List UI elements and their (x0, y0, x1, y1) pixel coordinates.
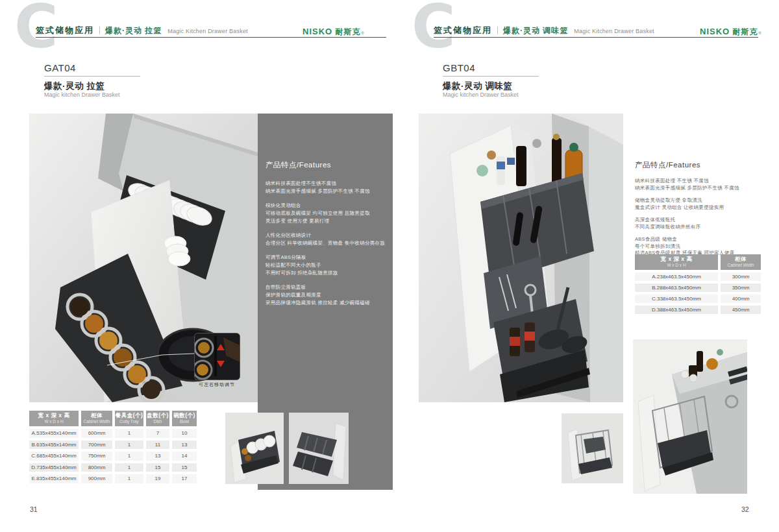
cell: 1 (115, 441, 143, 450)
detail-inset-photo (194, 333, 240, 380)
left-spec-table: 宽 x 深 x 高 W x D x H 柜体 Cabinet Width 餐具盒… (29, 411, 197, 483)
feature-line: 高深盒体低矮瓶托 (635, 217, 739, 224)
col-header-cn: 盘数(个) (146, 413, 169, 419)
product-code: GBT04 (443, 62, 475, 73)
nisko-logo: NISKO 耐斯克 ® (700, 27, 761, 38)
cell: 1 (115, 463, 143, 472)
col-header: 宽 x 深 x 高 W x D x H (635, 254, 718, 270)
page-number-left: 31 (30, 505, 38, 513)
cell: 13 (172, 441, 197, 450)
spice-basket-illustration (419, 114, 623, 402)
header-rule (434, 37, 758, 38)
feature-line: ABS食品级 储物盒 (635, 236, 739, 243)
cell: 15 (172, 463, 197, 472)
product-code-rule (443, 76, 539, 77)
col-header-en: Cutly Tray (115, 419, 143, 424)
feature-line: 纳米科技表面处理不生锈不腐蚀 (266, 180, 385, 187)
cell: A.238x463.5x450mm (635, 272, 718, 281)
cell: 19 (146, 474, 169, 483)
feature-line: 纳米科技表面处理 不生锈 不腐蚀 (635, 178, 739, 185)
cell: C.685x455x140mm (29, 452, 79, 461)
product-name: 爆款·灵动 调味篮 (443, 80, 512, 92)
logo-text-cn: 耐斯克 (335, 27, 360, 38)
right-spec-table: 宽 x 深 x 高 W x D x H 柜体 Cabinet Width A.2… (635, 254, 761, 314)
feature-group: 高深盒体低矮瓶托 不同高度调味瓶收纳井然有序 (635, 217, 739, 230)
col-header-cn: 餐具盒(个) (115, 413, 143, 419)
right-page-header: 篮式储物应用 爆款·灵动 调味篮 Magic Kitchen Drawer Ba… (434, 25, 654, 36)
registered-mark-icon: ® (361, 31, 364, 35)
drawer-thumb-illustration (225, 413, 284, 484)
cell: 13 (146, 452, 169, 461)
cell: 1 (115, 474, 143, 483)
cell: D.735x455x140mm (29, 463, 79, 472)
col-header-en: W x D x H (635, 263, 718, 267)
logo-text-en: NISKO (303, 27, 332, 36)
cell: A.535x455x140mm (29, 429, 79, 438)
feature-line: 灵活多变 使用方便 更易打理 (266, 217, 385, 225)
col-header-en: Dish (146, 419, 169, 424)
cell: 900mm (81, 474, 112, 483)
col-header-cn: 宽 x 深 x 高 (29, 413, 79, 419)
feature-line: 不同高度调味瓶收纳井然有序 (635, 224, 739, 231)
cell: 800mm (81, 463, 112, 472)
counter-basket-illustration (633, 339, 747, 494)
cell: 1 (115, 429, 143, 438)
feature-group: ABS食品级 储物盒 每个可单独拆卸清洗 精选ABS食品级材质 环保无毒 呵护家… (635, 236, 739, 257)
right-thumb-photo (562, 413, 623, 483)
feature-group: 纳米科技表面处理 不生锈 不腐蚀 纳米表面光滑手感细腻 多层防护不生锈 不腐蚀 (635, 178, 739, 191)
left-thumb-photo-2 (289, 413, 349, 484)
col-header-cn: 碗数(个) (172, 413, 197, 419)
feature-group: 储物盒灵动提取方便 拿取清洗 魔盒式设计 灵动组合 让收纳更便捷实用 (635, 197, 739, 211)
features-list: 纳米科技表面处理不生锈不腐蚀 纳米表面光滑手感细腻 多层防护不生锈 不腐蚀 模块… (266, 180, 385, 313)
registered-mark-icon: ® (758, 31, 761, 35)
right-tall-photo (633, 339, 747, 494)
feature-line: 采用品牌缓冲隐藏滑轨 推拉轻柔 减少碗碟磕碰 (266, 299, 385, 307)
col-header-en: W x D x H (29, 419, 79, 424)
callout-label: 可左右移动调节 (186, 381, 248, 388)
product-name-en: Magic kitchen Drawer Basket (443, 91, 519, 98)
feature-group: 可调节ABS分隔板 轻松适配不同大小的瓶子 不用时可拆卸 拒绝杂乱随意摆放 (266, 254, 385, 277)
cell: 400mm (721, 295, 761, 303)
feature-line: 可移动底板及碗碟架 均可独立使用 且随意提取 (266, 210, 385, 217)
col-header-en: Bowl (172, 419, 197, 424)
feature-group: 人性化分区收纳设计 合理分区 科学收纳碗碟架、置物盘 集中收纳分类存放 (266, 232, 385, 247)
product-name: 爆款·灵动 拉篮 (44, 80, 105, 92)
feature-line: 每个可单独拆卸清洗 (635, 243, 739, 250)
cell: C.338x463.5x450mm (635, 295, 718, 303)
logo-text-cn: 耐斯克 (732, 27, 758, 38)
col-header: 柜体 Cabinet Width (721, 254, 761, 270)
cell: 11 (146, 441, 169, 450)
cell: 1 (115, 452, 143, 461)
cell: 350mm (721, 284, 761, 292)
cell: 15 (146, 463, 169, 472)
feature-line: 储物盒灵动提取方便 拿取清洗 (635, 197, 739, 204)
cell: E.835x455x140mm (29, 474, 79, 483)
header-category: 篮式储物应用 (434, 25, 492, 36)
feature-line: 魔盒式设计 灵动组合 让收纳更便捷实用 (635, 204, 739, 212)
cell: 700mm (81, 441, 112, 450)
feature-line: 轻松适配不同大小的瓶子 (266, 261, 385, 269)
feature-group: 模块化灵动组合 可移动底板及碗碟架 均可独立使用 且随意提取 灵活多变 使用方便… (266, 202, 385, 225)
wire-basket-thumb-illustration (562, 413, 623, 483)
header-divider (497, 27, 498, 34)
product-code: GAT04 (44, 62, 76, 73)
cell: 17 (172, 474, 197, 483)
header-rule (36, 37, 386, 38)
left-thumb-photo-1 (225, 413, 284, 484)
cell: 450mm (721, 306, 761, 314)
col-header-cn: 柜体 (721, 256, 761, 263)
product-name-en: Magic kitchen Drawer Basket (44, 91, 120, 98)
header-series: 爆款·灵动 调味篮 (503, 25, 568, 36)
feature-line: 不用时可拆卸 拒绝杂乱随意摆放 (266, 269, 385, 277)
col-header: 盘数(个) Dish (146, 411, 169, 426)
header-series-en: Magic Kitchen Drawer Basket (574, 28, 654, 34)
feature-line: 纳米表面光滑手感细腻 多层防护不生锈 不腐蚀 (266, 187, 385, 195)
col-header-cn: 宽 x 深 x 高 (635, 256, 718, 263)
cell: 300mm (721, 272, 761, 281)
feature-line: 可调节ABS分隔板 (266, 254, 385, 261)
features-title: 产品特点/Features (635, 160, 700, 170)
col-header: 碗数(个) Bowl (172, 411, 197, 426)
product-code-rule (44, 76, 140, 77)
feature-group: 自带防尘滑轨盖板 保护滑轨的载重及顺滑度 采用品牌缓冲隐藏滑轨 推拉轻柔 减少碗… (266, 284, 385, 307)
left-page-header: 篮式储物应用 爆款·灵动 拉篮 Magic Kitchen Drawer Bas… (36, 25, 248, 36)
